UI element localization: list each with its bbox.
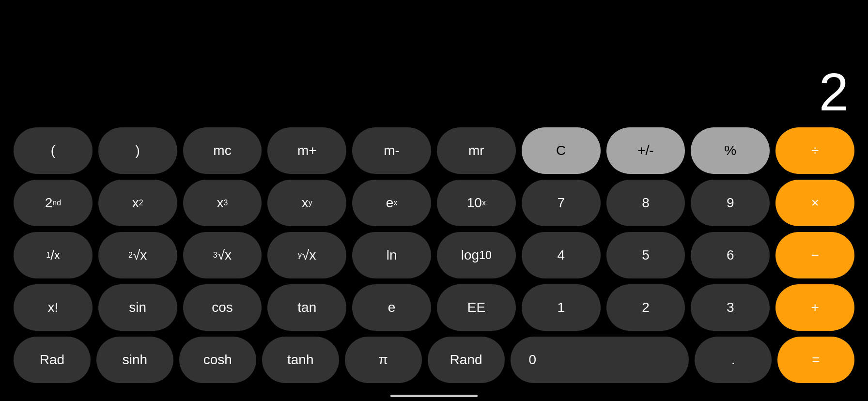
btn-memory-subtract[interactable]: m- — [352, 127, 431, 174]
btn-rand[interactable]: Rand — [428, 337, 505, 383]
keypad: ()mcm+m-mrC+/-%÷2ndx2x3xyex10x789×1/x2√x… — [0, 123, 868, 393]
btn-add[interactable]: + — [775, 284, 854, 331]
btn-three[interactable]: 3 — [691, 284, 770, 331]
btn-sin[interactable]: sin — [98, 284, 177, 331]
btn-two[interactable]: 2 — [606, 284, 685, 331]
btn-one[interactable]: 1 — [522, 284, 601, 331]
btn-ln[interactable]: ln — [352, 232, 431, 278]
home-bar — [390, 395, 478, 397]
btn-e-power[interactable]: ex — [352, 180, 431, 226]
row-2: 1/x2√x3√xy√xlnlog10456− — [14, 232, 854, 278]
btn-yroot[interactable]: y√x — [267, 232, 346, 278]
btn-tanh[interactable]: tanh — [262, 337, 339, 383]
btn-nine[interactable]: 9 — [691, 180, 770, 226]
display-area: 2 — [0, 0, 868, 123]
btn-equals[interactable]: = — [777, 337, 854, 383]
btn-power-y[interactable]: xy — [267, 180, 346, 226]
btn-five[interactable]: 5 — [606, 232, 685, 278]
btn-sqrt[interactable]: 2√x — [98, 232, 177, 278]
btn-cube[interactable]: x3 — [183, 180, 262, 226]
btn-clear[interactable]: C — [522, 127, 601, 174]
btn-four[interactable]: 4 — [522, 232, 601, 278]
row-1: 2ndx2x3xyex10x789× — [14, 180, 854, 226]
btn-decimal[interactable]: . — [695, 337, 772, 383]
btn-square[interactable]: x2 — [98, 180, 177, 226]
btn-log10[interactable]: log10 — [437, 232, 516, 278]
btn-divide[interactable]: ÷ — [775, 127, 854, 174]
btn-factorial[interactable]: x! — [14, 284, 93, 331]
btn-seven[interactable]: 7 — [522, 180, 601, 226]
btn-ten-power[interactable]: 10x — [437, 180, 516, 226]
btn-tan[interactable]: tan — [267, 284, 346, 331]
row-0: ()mcm+m-mrC+/-%÷ — [14, 127, 854, 174]
btn-six[interactable]: 6 — [691, 232, 770, 278]
btn-memory-add[interactable]: m+ — [267, 127, 346, 174]
btn-inverse[interactable]: 1/x — [14, 232, 93, 278]
btn-memory-recall[interactable]: mr — [437, 127, 516, 174]
btn-close-paren[interactable]: ) — [98, 127, 177, 174]
btn-euler[interactable]: e — [352, 284, 431, 331]
home-indicator — [0, 395, 868, 401]
btn-percent[interactable]: % — [691, 127, 770, 174]
btn-eight[interactable]: 8 — [606, 180, 685, 226]
btn-rad[interactable]: Rad — [14, 337, 91, 383]
btn-cosh[interactable]: cosh — [179, 337, 256, 383]
display-value: 2 — [819, 65, 849, 119]
btn-sinh[interactable]: sinh — [96, 337, 173, 383]
btn-memory-clear[interactable]: mc — [183, 127, 262, 174]
btn-plus-minus[interactable]: +/- — [606, 127, 685, 174]
btn-pi[interactable]: π — [345, 337, 422, 383]
btn-ee[interactable]: EE — [437, 284, 516, 331]
row-4: RadsinhcoshtanhπRand0.= — [14, 337, 854, 383]
btn-open-paren[interactable]: ( — [14, 127, 93, 174]
row-3: x!sincostaneEE123+ — [14, 284, 854, 331]
btn-subtract[interactable]: − — [775, 232, 854, 278]
btn-cos[interactable]: cos — [183, 284, 262, 331]
btn-cbrt[interactable]: 3√x — [183, 232, 262, 278]
btn-second[interactable]: 2nd — [14, 180, 93, 226]
btn-multiply[interactable]: × — [775, 180, 854, 226]
btn-zero[interactable]: 0 — [511, 337, 689, 383]
